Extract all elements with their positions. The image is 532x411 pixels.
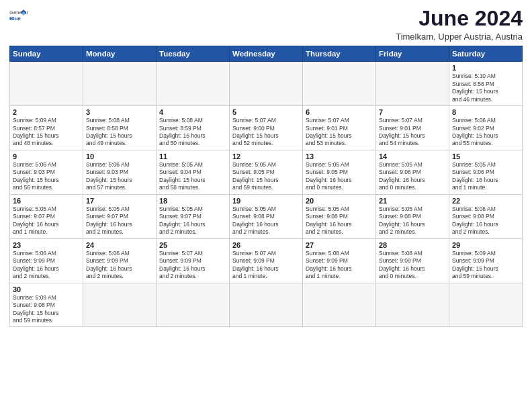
table-row: 1Sunrise: 5:10 AM Sunset: 8:56 PM Daylig… xyxy=(449,62,523,106)
svg-text:Blue: Blue xyxy=(9,15,21,21)
table-row xyxy=(449,283,523,327)
table-row xyxy=(83,283,157,327)
day-number: 17 xyxy=(86,197,153,205)
table-row: 25Sunrise: 5:07 AM Sunset: 9:09 PM Dayli… xyxy=(157,238,230,283)
day-info: Sunrise: 5:06 AM Sunset: 9:09 PM Dayligh… xyxy=(86,250,153,281)
day-number: 30 xyxy=(13,285,80,293)
col-tuesday: Tuesday xyxy=(157,46,230,62)
table-row xyxy=(230,62,303,106)
day-number: 22 xyxy=(452,197,519,205)
table-row: 24Sunrise: 5:06 AM Sunset: 9:09 PM Dayli… xyxy=(83,238,157,283)
calendar-week-row: 9Sunrise: 5:06 AM Sunset: 9:03 PM Daylig… xyxy=(10,150,523,194)
day-info: Sunrise: 5:07 AM Sunset: 9:01 PM Dayligh… xyxy=(306,117,373,148)
day-number: 2 xyxy=(13,108,80,116)
day-number: 26 xyxy=(232,241,300,249)
table-row: 17Sunrise: 5:05 AM Sunset: 9:07 PM Dayli… xyxy=(83,194,157,238)
table-row xyxy=(157,283,230,327)
col-saturday: Saturday xyxy=(449,46,523,62)
table-row: 8Sunrise: 5:06 AM Sunset: 9:02 PM Daylig… xyxy=(449,106,523,150)
table-row: 28Sunrise: 5:08 AM Sunset: 9:09 PM Dayli… xyxy=(376,238,449,283)
day-number: 29 xyxy=(452,241,519,249)
day-info: Sunrise: 5:08 AM Sunset: 8:58 PM Dayligh… xyxy=(86,117,153,148)
calendar-week-row: 2Sunrise: 5:09 AM Sunset: 8:57 PM Daylig… xyxy=(10,106,523,150)
table-row: 5Sunrise: 5:07 AM Sunset: 9:00 PM Daylig… xyxy=(230,106,303,150)
day-number: 1 xyxy=(452,64,519,72)
day-info: Sunrise: 5:07 AM Sunset: 9:09 PM Dayligh… xyxy=(232,250,300,281)
day-info: Sunrise: 5:09 AM Sunset: 9:09 PM Dayligh… xyxy=(452,250,519,281)
day-number: 13 xyxy=(306,152,373,161)
day-number: 25 xyxy=(159,241,226,249)
table-row: 30Sunrise: 5:09 AM Sunset: 9:08 PM Dayli… xyxy=(10,283,83,327)
table-row: 11Sunrise: 5:05 AM Sunset: 9:04 PM Dayli… xyxy=(157,150,230,194)
day-info: Sunrise: 5:07 AM Sunset: 9:01 PM Dayligh… xyxy=(379,117,446,148)
calendar-week-row: 1Sunrise: 5:10 AM Sunset: 8:56 PM Daylig… xyxy=(10,62,523,106)
day-number: 11 xyxy=(159,152,226,161)
day-number: 14 xyxy=(379,152,446,161)
month-title: June 2024 xyxy=(396,7,523,30)
table-row: 12Sunrise: 5:05 AM Sunset: 9:05 PM Dayli… xyxy=(230,150,303,194)
day-info: Sunrise: 5:05 AM Sunset: 9:04 PM Dayligh… xyxy=(159,161,226,192)
col-monday: Monday xyxy=(83,46,157,62)
table-row: 7Sunrise: 5:07 AM Sunset: 9:01 PM Daylig… xyxy=(376,106,449,150)
table-row: 6Sunrise: 5:07 AM Sunset: 9:01 PM Daylig… xyxy=(303,106,376,150)
calendar-table: Sunday Monday Tuesday Wednesday Thursday… xyxy=(9,46,523,327)
table-row: 14Sunrise: 5:05 AM Sunset: 9:06 PM Dayli… xyxy=(376,150,449,194)
table-row: 27Sunrise: 5:08 AM Sunset: 9:09 PM Dayli… xyxy=(303,238,376,283)
logo: General Blue xyxy=(9,7,28,23)
table-row xyxy=(10,62,83,106)
calendar-week-row: 30Sunrise: 5:09 AM Sunset: 9:08 PM Dayli… xyxy=(10,283,523,327)
table-row: 13Sunrise: 5:05 AM Sunset: 9:05 PM Dayli… xyxy=(303,150,376,194)
day-number: 28 xyxy=(379,241,446,249)
table-row: 15Sunrise: 5:05 AM Sunset: 9:06 PM Dayli… xyxy=(449,150,523,194)
day-number: 7 xyxy=(379,108,446,116)
day-info: Sunrise: 5:05 AM Sunset: 9:05 PM Dayligh… xyxy=(232,161,300,192)
day-info: Sunrise: 5:08 AM Sunset: 9:09 PM Dayligh… xyxy=(379,250,446,281)
col-friday: Friday xyxy=(376,46,449,62)
table-row xyxy=(157,62,230,106)
table-row xyxy=(303,283,376,327)
table-row: 3Sunrise: 5:08 AM Sunset: 8:58 PM Daylig… xyxy=(83,106,157,150)
day-info: Sunrise: 5:06 AM Sunset: 9:08 PM Dayligh… xyxy=(452,205,519,236)
day-number: 6 xyxy=(306,108,373,116)
day-info: Sunrise: 5:05 AM Sunset: 9:08 PM Dayligh… xyxy=(232,205,300,236)
day-number: 21 xyxy=(379,197,446,205)
col-thursday: Thursday xyxy=(303,46,376,62)
day-number: 18 xyxy=(159,197,226,205)
table-row: 18Sunrise: 5:05 AM Sunset: 9:07 PM Dayli… xyxy=(157,194,230,238)
table-row: 9Sunrise: 5:06 AM Sunset: 9:03 PM Daylig… xyxy=(10,150,83,194)
day-info: Sunrise: 5:08 AM Sunset: 8:59 PM Dayligh… xyxy=(159,117,226,148)
day-info: Sunrise: 5:05 AM Sunset: 9:08 PM Dayligh… xyxy=(306,205,373,236)
table-row xyxy=(230,283,303,327)
day-number: 5 xyxy=(232,108,300,116)
table-row xyxy=(303,62,376,106)
day-number: 12 xyxy=(232,152,300,161)
table-row: 4Sunrise: 5:08 AM Sunset: 8:59 PM Daylig… xyxy=(157,106,230,150)
day-info: Sunrise: 5:06 AM Sunset: 9:03 PM Dayligh… xyxy=(13,161,80,192)
table-row: 10Sunrise: 5:06 AM Sunset: 9:03 PM Dayli… xyxy=(83,150,157,194)
table-row xyxy=(376,62,449,106)
day-info: Sunrise: 5:05 AM Sunset: 9:07 PM Dayligh… xyxy=(159,205,226,236)
day-number: 15 xyxy=(452,152,519,161)
location-subtitle: Timelkam, Upper Austria, Austria xyxy=(396,32,523,42)
table-row: 20Sunrise: 5:05 AM Sunset: 9:08 PM Dayli… xyxy=(303,194,376,238)
table-row: 23Sunrise: 5:06 AM Sunset: 9:09 PM Dayli… xyxy=(10,238,83,283)
page: General Blue June 2024 Timelkam, Upper A… xyxy=(0,0,532,411)
col-wednesday: Wednesday xyxy=(230,46,303,62)
day-number: 19 xyxy=(232,197,300,205)
day-info: Sunrise: 5:05 AM Sunset: 9:07 PM Dayligh… xyxy=(86,205,153,236)
day-info: Sunrise: 5:07 AM Sunset: 9:09 PM Dayligh… xyxy=(159,250,226,281)
day-info: Sunrise: 5:09 AM Sunset: 8:57 PM Dayligh… xyxy=(13,117,80,148)
calendar-week-row: 23Sunrise: 5:06 AM Sunset: 9:09 PM Dayli… xyxy=(10,238,523,283)
day-number: 20 xyxy=(306,197,373,205)
day-number: 4 xyxy=(159,108,226,116)
day-info: Sunrise: 5:05 AM Sunset: 9:06 PM Dayligh… xyxy=(452,161,519,192)
day-number: 16 xyxy=(13,197,80,205)
day-info: Sunrise: 5:08 AM Sunset: 9:09 PM Dayligh… xyxy=(306,250,373,281)
table-row: 2Sunrise: 5:09 AM Sunset: 8:57 PM Daylig… xyxy=(10,106,83,150)
day-info: Sunrise: 5:06 AM Sunset: 9:03 PM Dayligh… xyxy=(86,161,153,192)
table-row: 21Sunrise: 5:05 AM Sunset: 9:08 PM Dayli… xyxy=(376,194,449,238)
table-row: 22Sunrise: 5:06 AM Sunset: 9:08 PM Dayli… xyxy=(449,194,523,238)
day-number: 24 xyxy=(86,241,153,249)
title-area: June 2024 Timelkam, Upper Austria, Austr… xyxy=(396,7,523,42)
day-number: 23 xyxy=(13,241,80,249)
